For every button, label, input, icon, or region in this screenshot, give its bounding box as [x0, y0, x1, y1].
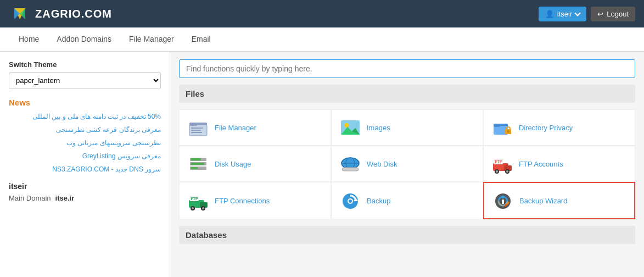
main-domain-value: itse.ir [55, 194, 75, 202]
backup-wizard-icon [492, 190, 514, 212]
news-item[interactable]: 50% تخفیف در ثبت دامنه های ملی و بین الم… [9, 112, 161, 121]
svg-rect-21 [191, 163, 204, 165]
main-layout: Switch Theme paper_lantern News 50% تخفی… [0, 52, 644, 277]
svg-text:FTP: FTP [495, 160, 502, 164]
news-item[interactable]: معرفی برندگان قرعه کشی نظرسنجی [9, 125, 161, 135]
images-item[interactable]: Images [331, 109, 483, 146]
ftp-connections-icon: FTP [187, 190, 209, 212]
ftp-accounts-icon: FTP [491, 153, 513, 175]
images-icon [339, 117, 361, 138]
directory-privacy-item[interactable]: Directory Privacy [483, 109, 635, 146]
disk-usage-label: Disk Usage [215, 160, 251, 168]
news-item[interactable]: معرفی سرویس GreyListing [9, 151, 161, 161]
svg-point-50 [502, 196, 505, 198]
logo-icon [9, 3, 31, 25]
file-manager-icon [187, 117, 209, 138]
user-button[interactable]: 👤 itseir [539, 7, 586, 21]
web-disk-icon [339, 153, 361, 175]
directory-privacy-icon [491, 117, 513, 138]
svg-rect-7 [191, 132, 202, 133]
disk-usage-icon [187, 153, 209, 175]
file-manager-label: File Manager [215, 124, 256, 132]
databases-section-header: Databases [179, 226, 635, 244]
news-section-title: News [9, 98, 161, 107]
chevron-down-icon [575, 10, 581, 16]
top-navigation: ZAGRIO.COM 👤 itseir ↩ Logout [0, 0, 644, 27]
backup-item[interactable]: Backup [331, 182, 483, 219]
directory-privacy-label: Directory Privacy [519, 124, 573, 132]
backup-icon [339, 190, 361, 212]
svg-rect-4 [189, 123, 197, 126]
files-section-header: Files [179, 85, 635, 103]
svg-point-9 [344, 123, 349, 128]
logout-icon: ↩ [597, 10, 603, 18]
user-icon: 👤 [545, 10, 554, 18]
user-section-title: itseir [9, 182, 161, 191]
svg-rect-20 [191, 158, 201, 160]
backup-wizard-label: Backup Wizard [519, 197, 567, 205]
nav-file-manager[interactable]: File Manager [121, 29, 182, 50]
svg-rect-5 [191, 128, 203, 129]
ftp-accounts-item[interactable]: FTP FTP Accounts [483, 146, 635, 182]
user-info-section: itseir Main Domain itse.ir [9, 182, 161, 202]
logout-button[interactable]: ↩ Logout [591, 7, 635, 21]
main-content: Files File Manager [170, 52, 644, 277]
images-label: Images [367, 124, 390, 132]
web-disk-item[interactable]: Web Disk [331, 146, 483, 182]
svg-point-40 [192, 207, 194, 209]
svg-rect-22 [191, 167, 198, 169]
theme-select[interactable]: paper_lantern [9, 72, 161, 89]
file-manager-item[interactable]: File Manager [179, 109, 331, 146]
news-item[interactable]: نظرسنجی سرویسهای میزبانی وب [9, 138, 161, 148]
main-domain-row: Main Domain itse.ir [9, 194, 161, 202]
switch-theme-label: Switch Theme [9, 60, 161, 69]
ftp-accounts-label: FTP Accounts [519, 160, 563, 168]
svg-rect-14 [494, 124, 500, 127]
files-grid: File Manager Images [179, 109, 635, 219]
ftp-connections-item[interactable]: FTP FTP Connections [179, 182, 331, 219]
nav-addon-domains[interactable]: Addon Domains [49, 29, 119, 50]
ftp-connections-label: FTP Connections [215, 197, 270, 205]
news-item[interactable]: سرور DNS جدید - NS3.ZAGRIO.COM [9, 164, 161, 174]
disk-usage-item[interactable]: Disk Usage [179, 146, 331, 182]
user-label: itseir [557, 10, 572, 18]
search-input[interactable] [179, 59, 635, 78]
svg-point-34 [506, 170, 508, 173]
svg-rect-27 [342, 168, 359, 171]
svg-point-48 [349, 200, 352, 203]
logo-area: ZAGRIO.COM [9, 3, 112, 25]
sidebar: Switch Theme paper_lantern News 50% تخفی… [0, 52, 170, 277]
svg-point-32 [496, 170, 498, 173]
backup-label: Backup [367, 197, 390, 205]
svg-rect-6 [191, 130, 201, 131]
main-domain-label: Main Domain [9, 194, 51, 202]
nav-home[interactable]: Home [11, 29, 47, 50]
svg-point-16 [507, 130, 509, 132]
top-nav-right: 👤 itseir ↩ Logout [539, 7, 635, 21]
secondary-navigation: Home Addon Domains File Manager Email [0, 27, 644, 52]
backup-wizard-item[interactable]: Backup Wizard [483, 182, 635, 219]
svg-rect-51 [502, 200, 504, 204]
logout-label: Logout [607, 10, 629, 18]
svg-text:FTP: FTP [191, 197, 198, 201]
logo-text: ZAGRIO.COM [35, 8, 112, 20]
svg-point-42 [202, 207, 204, 209]
nav-email[interactable]: Email [184, 29, 219, 50]
web-disk-label: Web Disk [367, 160, 397, 168]
